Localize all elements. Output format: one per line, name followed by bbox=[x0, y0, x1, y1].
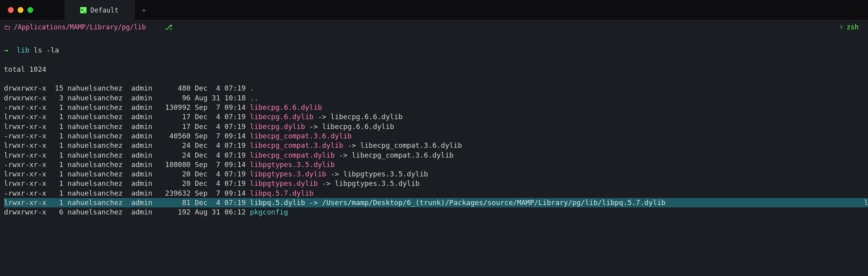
list-row: lrwxr-xr-x 1 nahuelsanchez admin 24 Dec … bbox=[4, 141, 864, 150]
tab-default[interactable]: >_ Default bbox=[65, 0, 135, 20]
filename: pkgconfig bbox=[250, 208, 288, 216]
size: 239632 bbox=[161, 189, 191, 197]
link-count: 1 bbox=[46, 198, 63, 207]
symlink-target: /Users/mamp/Desktop/6_(trunk)/Packages/s… bbox=[322, 198, 666, 207]
prompt-line: → lib ls -la bbox=[4, 45, 864, 55]
folder-icon: 🗀 bbox=[4, 23, 11, 31]
group: admin bbox=[131, 94, 157, 102]
link-count: 1 bbox=[46, 179, 63, 187]
link-count: 1 bbox=[46, 151, 63, 159]
group: admin bbox=[131, 122, 157, 131]
filename: libpgtypes.dylib bbox=[250, 179, 318, 187]
listing-rows: drwxrwxr-x 15 nahuelsanchez admin 480 De… bbox=[4, 84, 864, 217]
titlebar: >_ Default + bbox=[0, 0, 868, 20]
symlink-arrow-icon: -> bbox=[309, 198, 318, 207]
list-row: lrwxr-xr-x 1 nahuelsanchez admin 17 Dec … bbox=[4, 112, 864, 122]
size: 24 bbox=[161, 141, 191, 149]
date: Sep 7 09:14 bbox=[195, 132, 246, 140]
size: 40560 bbox=[161, 132, 191, 140]
symlink-arrow-icon: -> bbox=[309, 122, 318, 131]
symlink-target: libpgtypes.3.5.dylib bbox=[335, 179, 420, 187]
owner: nahuelsanchez bbox=[68, 122, 127, 131]
link-count: 1 bbox=[46, 132, 63, 140]
date: Dec 4 07:19 bbox=[195, 84, 246, 92]
list-row: -rwxr-xr-x 1 nahuelsanchez admin 40560 S… bbox=[4, 131, 864, 141]
shell-label: zsh bbox=[846, 23, 859, 31]
prompt-command: ls -la bbox=[34, 46, 59, 54]
permissions: lrwxr-xr-x bbox=[4, 151, 46, 159]
group: admin bbox=[131, 151, 157, 159]
filename: .. bbox=[250, 94, 259, 102]
group: admin bbox=[131, 198, 157, 207]
permissions: lrwxr-xr-x bbox=[4, 179, 46, 187]
permissions: lrwxr-xr-x bbox=[4, 198, 46, 207]
date: Dec 4 07:19 bbox=[195, 151, 246, 159]
permissions: -rwxr-xr-x bbox=[4, 189, 46, 197]
size: 17 bbox=[161, 113, 191, 121]
pathbar: 🗀 /Applications/MAMP/Library/pg/lib ⎇ ⑂ … bbox=[0, 20, 868, 34]
filename: libecpg_compat.dylib bbox=[250, 151, 335, 159]
tab-label: Default bbox=[90, 6, 119, 14]
date: Sep 7 09:14 bbox=[195, 103, 246, 111]
group: admin bbox=[131, 179, 157, 187]
prompt-dir: lib bbox=[17, 46, 30, 54]
permissions: lrwxr-xr-x bbox=[4, 170, 46, 178]
link-count: 1 bbox=[46, 189, 63, 197]
git-branch-icon: ⎇ bbox=[165, 23, 173, 31]
filename: libpq.5.dylib bbox=[250, 198, 305, 207]
date: Dec 4 07:19 bbox=[195, 179, 246, 187]
date: Aug 31 10:18 bbox=[195, 94, 246, 102]
filename: libpgtypes.3.dylib bbox=[250, 170, 326, 178]
link-count: 15 bbox=[46, 84, 63, 92]
date: Sep 7 09:14 bbox=[195, 189, 246, 197]
date: Aug 31 06:12 bbox=[195, 208, 246, 216]
permissions: lrwxr-xr-x bbox=[4, 113, 46, 121]
list-row: drwxrwxr-x 6 nahuelsanchez admin 192 Aug… bbox=[4, 207, 864, 217]
group: admin bbox=[131, 84, 157, 92]
owner: nahuelsanchez bbox=[68, 141, 127, 149]
link-count: 1 bbox=[46, 160, 63, 169]
close-icon[interactable] bbox=[8, 7, 14, 13]
size: 20 bbox=[161, 179, 191, 187]
pathbar-right: ⑂ zsh bbox=[839, 23, 864, 31]
pathbar-left: 🗀 /Applications/MAMP/Library/pg/lib ⎇ bbox=[4, 23, 173, 31]
size: 24 bbox=[161, 151, 191, 159]
date: Dec 4 07:19 bbox=[195, 122, 246, 131]
filename: libecpg_compat.3.dylib bbox=[250, 141, 343, 149]
list-row: drwxrwxr-x 3 nahuelsanchez admin 96 Aug … bbox=[4, 93, 864, 103]
link-count: 1 bbox=[46, 113, 63, 121]
total-line: total 1024 bbox=[4, 65, 864, 74]
list-row: drwxrwxr-x 15 nahuelsanchez admin 480 De… bbox=[4, 84, 864, 93]
group: admin bbox=[131, 141, 157, 149]
owner: nahuelsanchez bbox=[68, 84, 127, 92]
size: 108080 bbox=[161, 160, 191, 169]
permissions: -rwxr-xr-x bbox=[4, 103, 46, 111]
permissions: lrwxr-xr-x bbox=[4, 141, 46, 149]
date: Dec 4 07:19 bbox=[195, 141, 246, 149]
owner: nahuelsanchez bbox=[68, 103, 127, 111]
prompt-arrow-icon: → bbox=[4, 46, 8, 54]
list-row: lrwxr-xr-x 1 nahuelsanchez admin 17 Dec … bbox=[4, 122, 864, 131]
link-count: 1 bbox=[46, 141, 63, 149]
owner: nahuelsanchez bbox=[68, 113, 127, 121]
link-count: 1 bbox=[46, 170, 63, 178]
terminal-icon: >_ bbox=[80, 7, 86, 13]
new-tab-button[interactable]: + bbox=[135, 5, 153, 15]
size: 480 bbox=[161, 84, 191, 92]
terminal-output[interactable]: → lib ls -la total 1024 drwxrwxr-x 15 na… bbox=[0, 34, 868, 229]
minimize-icon[interactable] bbox=[18, 7, 23, 13]
symlink-arrow-icon: -> bbox=[348, 141, 356, 149]
list-row: lrwxr-xr-x 1 nahuelsanchez admin 20 Dec … bbox=[4, 169, 864, 179]
filename: libpgtypes.3.5.dylib bbox=[250, 160, 335, 169]
size: 17 bbox=[161, 122, 191, 131]
group: admin bbox=[131, 160, 157, 169]
date: Dec 4 07:19 bbox=[195, 113, 246, 121]
permissions: drwxrwxr-x bbox=[4, 84, 46, 92]
owner: nahuelsanchez bbox=[68, 151, 127, 159]
cwd-path: /Applications/MAMP/Library/pg/lib bbox=[14, 23, 146, 31]
filename: libecpg.6.6.dylib bbox=[250, 103, 322, 111]
permissions: -rwxr-xr-x bbox=[4, 132, 46, 140]
symlink-target: libecpg.6.6.dylib bbox=[331, 113, 403, 121]
link-count: 1 bbox=[46, 122, 63, 131]
maximize-icon[interactable] bbox=[27, 7, 33, 13]
